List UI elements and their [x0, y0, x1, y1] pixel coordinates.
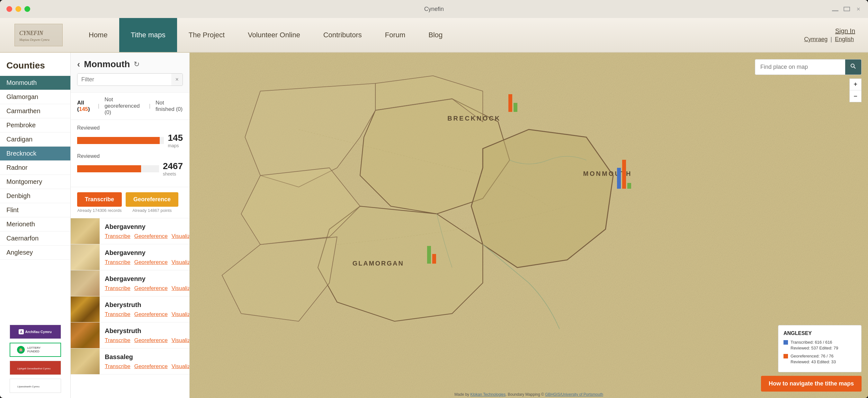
map-georeference-link[interactable]: Georeference — [134, 285, 168, 292]
map-visualize-link[interactable]: Visualize — [172, 311, 189, 318]
transcribe-sub: Already 174306 records — [77, 208, 122, 213]
nav-tithe-maps[interactable]: Tithe maps — [119, 18, 177, 52]
stat-sheets: Reviewed 2467 sheets — [77, 153, 183, 177]
filter-input[interactable] — [78, 73, 171, 86]
transcribe-button[interactable]: Transcribe — [77, 192, 122, 207]
map-info: Aberystruth Transcribe Georeference Visu… — [100, 298, 189, 321]
tab-not-georef[interactable]: Not georeferenced (0) — [104, 96, 144, 116]
map-transcribe-link[interactable]: Transcribe — [105, 233, 130, 240]
win-close-icon[interactable]: × — [855, 7, 862, 11]
map-links: Transcribe Georeference Visualize — [105, 337, 189, 344]
info-row-transcribed: Transcribed: 616 / 616Reviewed: 537 Edit… — [783, 339, 856, 351]
stat-sheets-label: Reviewed — [77, 153, 183, 159]
county-item-carmarthen[interactable]: Carmarthen — [0, 104, 70, 118]
map-thumbnail — [71, 348, 100, 374]
sign-in-link[interactable]: Sign In — [803, 27, 855, 35]
how-to-navigate-button[interactable]: How to navigate the tithe maps — [761, 376, 862, 392]
nav-blog[interactable]: Blog — [417, 18, 454, 52]
lang-cymraeg[interactable]: Cymraeg — [804, 36, 828, 42]
stat-maps-bar-wrap: 145 maps — [77, 133, 183, 148]
app-window: Cynefin × CYNEFIN Mapiau Degwm Cymru Hom… — [0, 0, 868, 398]
filter-clear-btn[interactable]: × — [171, 73, 183, 86]
main-content: Counties Monmouth Glamorgan Carmarthen P… — [0, 53, 868, 398]
map-thumbnail — [71, 323, 100, 348]
county-item-brecknock[interactable]: Brecknock — [0, 147, 70, 161]
stat-maps-bar-bg — [77, 137, 164, 144]
info-text-georef: Georeferenced: 76 / 76Reviewed: 43 Edite… — [790, 353, 836, 365]
map-svg — [190, 53, 868, 398]
county-item-monmouth[interactable]: Monmouth — [0, 76, 70, 90]
svg-text:FUNDED: FUNDED — [27, 350, 39, 353]
nav-links: Home Tithe maps The Project Volunteer On… — [77, 18, 454, 52]
lang-switcher: Cymraeg | English — [803, 36, 855, 43]
map-visualize-link[interactable]: Visualize — [172, 337, 189, 344]
nav-the-project[interactable]: The Project — [177, 18, 237, 52]
map-search-button[interactable] — [845, 59, 861, 74]
county-item-radnor[interactable]: Radnor — [0, 161, 70, 175]
klokan-link[interactable]: Klokan Technologies — [470, 392, 505, 397]
county-item-caernarfon[interactable]: Caernarfon — [0, 232, 70, 246]
panel-title-row: ‹ Monmouth ↻ — [77, 59, 183, 69]
svg-text:Llyfrgell Genedlaethol Cymru: Llyfrgell Genedlaethol Cymru — [18, 367, 51, 370]
georeference-button[interactable]: Georeference — [126, 192, 178, 207]
county-item-cardigan[interactable]: Cardigan — [0, 132, 70, 147]
map-georeference-link[interactable]: Georeference — [134, 337, 168, 344]
action-buttons: Transcribe Already 174306 records Georef… — [71, 187, 189, 218]
tab-all-count: 145 — [79, 106, 88, 112]
map-georeference-link[interactable]: Georeference — [134, 363, 168, 370]
refresh-icon[interactable]: ↻ — [134, 60, 140, 68]
map-visualize-link[interactable]: Visualize — [172, 363, 189, 370]
svg-text:LOTTERY: LOTTERY — [27, 346, 40, 349]
win-minimize-icon[interactable] — [832, 7, 838, 11]
county-item-flint[interactable]: Flint — [0, 203, 70, 217]
zoom-out-button[interactable]: − — [850, 90, 861, 102]
window-controls — [6, 6, 30, 12]
county-item-glamorgan[interactable]: Glamorgan — [0, 90, 70, 104]
map-search-input[interactable] — [755, 60, 845, 74]
back-button[interactable]: ‹ — [77, 59, 80, 69]
nav-home[interactable]: Home — [77, 18, 119, 52]
map-visualize-link[interactable]: Visualize — [172, 259, 189, 266]
close-btn[interactable] — [6, 6, 12, 12]
county-item-montgomery[interactable]: Montgomery — [0, 175, 70, 189]
map-visualize-link[interactable]: Visualize — [172, 233, 189, 240]
nav-contributors[interactable]: Contributors — [312, 18, 373, 52]
panel-header: ‹ Monmouth ↻ × — [71, 53, 189, 93]
map-georeference-link[interactable]: Georeference — [134, 233, 168, 240]
map-transcribe-link[interactable]: Transcribe — [105, 337, 130, 344]
minimize-btn[interactable] — [16, 6, 21, 12]
map-name: Aberystruth — [105, 327, 189, 335]
nav-volunteer[interactable]: Volunteer Online — [236, 18, 312, 52]
tab-all[interactable]: All (145) — [77, 100, 93, 113]
lottery-logo: 🎰 LOTTERY FUNDED — [10, 343, 61, 357]
nav-forum[interactable]: Forum — [373, 18, 417, 52]
svg-text:Llywodraeth Cymru: Llywodraeth Cymru — [18, 385, 39, 388]
logo-image: CYNEFIN Mapiau Degwm Cymru — [14, 24, 63, 46]
county-item-pembroke[interactable]: Pembroke — [0, 118, 70, 132]
map-links: Transcribe Georeference Visualize — [105, 311, 189, 318]
map-area[interactable]: BRECKNOCK MONMOUTH GLAMORGAN — [190, 53, 868, 398]
maximize-btn[interactable] — [24, 6, 30, 12]
gbhgis-link[interactable]: GBHGIS/University of Portsmouth — [545, 392, 603, 397]
county-item-merioneth[interactable]: Merioneth — [0, 217, 70, 232]
county-item-denbigh[interactable]: Denbigh — [0, 189, 70, 203]
titlebar: Cynefin × — [0, 0, 868, 18]
map-transcribe-link[interactable]: Transcribe — [105, 363, 130, 370]
map-georeference-link[interactable]: Georeference — [134, 259, 168, 266]
zoom-in-button[interactable]: + — [850, 79, 861, 90]
map-transcribe-link[interactable]: Transcribe — [105, 285, 130, 292]
library-logo: Llyfrgell Genedlaethol Cymru — [10, 361, 61, 375]
lang-english[interactable]: English — [835, 36, 854, 42]
county-item-anglesey[interactable]: Anglesey — [0, 246, 70, 260]
sidebar: Counties Monmouth Glamorgan Carmarthen P… — [0, 53, 71, 398]
map-visualize-link[interactable]: Visualize — [172, 285, 189, 292]
tab-not-finished[interactable]: Not finished (0) — [156, 100, 183, 113]
win-buttons: × — [832, 7, 862, 11]
navbar: CYNEFIN Mapiau Degwm Cymru Home Tithe ma… — [0, 18, 868, 53]
map-transcribe-link[interactable]: Transcribe — [105, 311, 130, 318]
stat-maps: Reviewed 145 maps — [77, 125, 183, 148]
map-georeference-link[interactable]: Georeference — [134, 311, 168, 318]
map-transcribe-link[interactable]: Transcribe — [105, 259, 130, 266]
win-maximize-icon[interactable] — [844, 7, 850, 11]
svg-line-13 — [854, 67, 856, 68]
